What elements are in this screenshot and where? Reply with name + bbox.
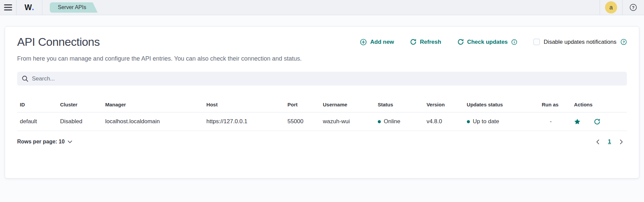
refresh-button[interactable]: Refresh [410, 39, 441, 45]
page-title: API Connections [17, 35, 100, 48]
cell-username: wazuh-wui [320, 112, 375, 131]
check-updates-label: Check updates [467, 39, 508, 45]
avatar-initial: a [609, 4, 613, 11]
svg-text:?: ? [622, 40, 625, 44]
cell-run-as: - [539, 112, 571, 131]
page-description: From here you can manage and configure t… [17, 55, 627, 62]
column-header-manager: Manager [103, 98, 204, 112]
breadcrumb-tab-server-apis[interactable]: Server APIs [50, 2, 97, 13]
breadcrumb-tab-label: Server APIs [58, 4, 86, 10]
cell-host: https://127.0.0.1 [204, 112, 285, 131]
column-header-version: Version [424, 98, 464, 112]
previous-page-button[interactable] [596, 139, 599, 144]
panel-header: API Connections Add new [17, 35, 627, 48]
check-connection-button[interactable] [594, 119, 600, 125]
logo-text: W [25, 3, 32, 12]
refresh-label: Refresh [420, 39, 441, 45]
disable-updates-checkbox[interactable] [533, 39, 540, 45]
pagination: 1 [596, 138, 627, 145]
question-circle-icon: ? [630, 4, 637, 11]
api-connections-table: ID Cluster Manager Host Port Username St… [17, 98, 627, 131]
search-bar [17, 72, 627, 86]
refresh-icon [457, 39, 464, 45]
check-updates-button[interactable]: Check updates [457, 39, 517, 45]
refresh-icon [594, 119, 600, 125]
divider [42, 0, 42, 15]
wazuh-logo[interactable]: W. [16, 0, 42, 15]
column-header-actions: Actions [571, 98, 627, 112]
disable-updates-label: Disable updates notifications [544, 39, 616, 45]
column-header-port: Port [285, 98, 320, 112]
refresh-icon [410, 39, 416, 45]
logo-dot: . [32, 3, 34, 12]
column-header-updates-status: Updates status [464, 98, 539, 112]
disable-updates-checkbox-row: Disable updates notifications ? [533, 39, 627, 45]
updates-status-dot [467, 120, 470, 123]
column-header-id: ID [17, 98, 57, 112]
updates-status-label: Up to date [473, 118, 499, 125]
column-header-host: Host [204, 98, 285, 112]
header-actions: Add new Refresh Check [360, 39, 627, 45]
next-page-button[interactable] [620, 139, 623, 144]
cell-status: Online [375, 112, 424, 131]
column-header-username: Username [320, 98, 375, 112]
cell-actions [571, 112, 627, 131]
chevron-down-icon [68, 140, 72, 143]
top-navigation-bar: W. Server APIs a ? [0, 0, 644, 15]
plus-circle-icon [360, 39, 367, 45]
set-default-button[interactable] [574, 119, 580, 125]
status-online-dot [378, 120, 381, 123]
table-footer: Rows per page: 10 1 [17, 138, 627, 145]
menu-button[interactable] [0, 0, 16, 15]
status-label: Online [384, 118, 400, 125]
user-avatar[interactable]: a [605, 1, 617, 13]
cell-manager: localhost.localdomain [103, 112, 204, 131]
column-header-cluster: Cluster [57, 98, 103, 112]
question-circle-icon[interactable]: ? [620, 39, 627, 45]
add-new-label: Add new [370, 39, 394, 45]
search-icon [22, 75, 29, 82]
cell-cluster: Disabled [57, 112, 103, 131]
table-row: default Disabled localhost.localdomain h… [17, 112, 627, 131]
add-new-button[interactable]: Add new [360, 39, 394, 45]
rows-per-page-label: Rows per page: 10 [17, 139, 65, 145]
svg-text:?: ? [632, 5, 634, 10]
api-connections-panel: API Connections Add new [5, 26, 639, 178]
column-header-status: Status [375, 98, 424, 112]
rows-per-page-selector[interactable]: Rows per page: 10 [17, 139, 72, 145]
chevron-left-icon [596, 139, 599, 144]
cell-version: v4.8.0 [424, 112, 464, 131]
help-button[interactable]: ? [630, 4, 637, 11]
chevron-right-icon [620, 139, 623, 144]
hamburger-menu-icon [4, 4, 12, 10]
avatar-container: a [600, 0, 622, 15]
topbar-spacer [97, 0, 600, 15]
column-header-run-as: Run as [539, 98, 571, 112]
page-number-1[interactable]: 1 [608, 138, 611, 145]
table-header-row: ID Cluster Manager Host Port Username St… [17, 98, 627, 112]
help-container: ? [622, 0, 644, 15]
star-icon [574, 119, 580, 125]
cell-id: default [17, 112, 57, 131]
cell-updates-status: Up to date [464, 112, 539, 131]
info-circle-icon [511, 39, 517, 45]
search-input[interactable] [32, 75, 622, 82]
cell-port: 55000 [285, 112, 320, 131]
